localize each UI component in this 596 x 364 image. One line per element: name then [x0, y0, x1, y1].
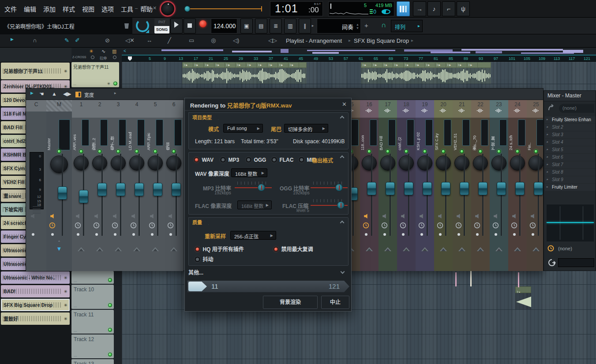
mixer-strip-1[interactable]: 1ARP..ves: [72, 100, 90, 271]
select-dot[interactable]: [151, 233, 154, 236]
pan-knob[interactable]: [148, 156, 163, 171]
tail-dropdown[interactable]: 切掉多余的▶: [284, 124, 328, 133]
playlist-view-button[interactable]: [397, 1, 410, 16]
select-dot[interactable]: [51, 233, 54, 236]
collapse-chevron-icon[interactable]: [340, 156, 345, 160]
speaker-icon[interactable]: [30, 213, 36, 219]
draw-tool-icon[interactable]: ✎: [64, 37, 69, 44]
select-dot[interactable]: [532, 233, 534, 236]
speaker-icon[interactable]: [529, 213, 536, 219]
playlist-minimap[interactable]: <: [122, 48, 596, 56]
cpu-memory-panel[interactable]: 5 419 MB 0: [328, 1, 394, 16]
volume-fader[interactable]: [534, 182, 543, 195]
volume-fader[interactable]: [79, 190, 88, 203]
strip-header[interactable]: 24: [508, 100, 527, 118]
overview-button[interactable]: ▤: [255, 19, 267, 33]
mixer-button[interactable]: ∥: [299, 19, 311, 33]
clock-icon[interactable]: [511, 222, 517, 229]
effect-slot[interactable]: Slot 4: [545, 139, 596, 146]
dither-radio[interactable]: 抖动: [194, 255, 213, 263]
select-tool-icon[interactable]: ▭: [189, 37, 194, 44]
trash-icon[interactable]: [124, 22, 129, 29]
strip-header[interactable]: 21: [453, 100, 471, 118]
effect-slot[interactable]: Slot 7: [545, 161, 596, 168]
pan-knob[interactable]: [166, 156, 181, 171]
speaker-icon[interactable]: [492, 213, 499, 219]
track-header-12[interactable]: Track 12 ...: [71, 334, 114, 358]
audio-output-row[interactable]: [544, 257, 596, 269]
flac-compression-slider[interactable]: [311, 199, 348, 210]
timeline-ruler[interactable]: 5913172125293337414549535761656973778185…: [122, 56, 596, 62]
track-options-dots[interactable]: ...: [73, 82, 76, 86]
menu-tools[interactable]: 工具: [121, 4, 133, 13]
step-sequencer-button[interactable]: ≣: [270, 19, 282, 33]
width-checkbox[interactable]: [75, 92, 81, 97]
mixer-strip-master[interactable]: MMaster⌃▼: [46, 100, 72, 271]
mixer-strip-25[interactable]: 25Fin..: [527, 100, 543, 271]
clock-icon[interactable]: [149, 222, 155, 229]
mixer-strip-20[interactable]: 20SFX C.iry: [434, 100, 453, 271]
picker-item[interactable]: SFX Big Square Drop✳: [1, 299, 70, 311]
background-render-button[interactable]: 背景渲染: [263, 296, 318, 309]
abort-button[interactable]: 中止: [321, 296, 349, 309]
format-ogg-radio[interactable]: OGG: [245, 156, 266, 163]
collapse-up-icon[interactable]: ⌃: [57, 240, 61, 245]
strip-led[interactable]: [116, 149, 120, 153]
select-dot[interactable]: [476, 233, 479, 236]
audio-clip[interactable]: ⊦▸⊦▸⊦▸⊦▸⊦▸⊦▸⊦▸⊦▸⊦▸⊦▸⊦▸: [361, 62, 491, 84]
volume-fader[interactable]: [116, 183, 125, 196]
clip-stub[interactable]: [470, 271, 472, 286]
select-dot[interactable]: [420, 233, 423, 236]
pattern-clip-icon[interactable]: ▥: [112, 48, 116, 54]
project-type-tab[interactable]: 项目类型: [188, 112, 218, 120]
volume-fader[interactable]: [515, 182, 525, 195]
picker-item[interactable]: Ultrasonic - White No..✳: [1, 271, 70, 284]
wav-depth-dropdown[interactable]: 16Bit 整数▶: [231, 168, 267, 177]
ogg-bitrate-slider[interactable]: [311, 182, 348, 192]
tempo-spinner[interactable]: ▲▼: [233, 22, 236, 30]
strip-header[interactable]: 22: [471, 100, 490, 118]
slip-tool-icon[interactable]: ↔: [146, 37, 152, 44]
typing-keyboard-button[interactable]: ψ: [457, 1, 470, 16]
speaker-icon[interactable]: [474, 213, 480, 219]
strip-header[interactable]: 6: [165, 100, 183, 118]
strip-header[interactable]: 16: [360, 100, 379, 118]
speaker-icon[interactable]: [149, 213, 155, 219]
eq-display[interactable]: [547, 204, 594, 241]
pan-knob[interactable]: [362, 156, 377, 171]
pan-knob[interactable]: [129, 156, 144, 171]
menu-edit[interactable]: 编辑: [24, 4, 36, 13]
volume-fader[interactable]: [423, 182, 432, 195]
pan-knob[interactable]: [380, 156, 395, 171]
track-led[interactable]: [108, 353, 112, 357]
menu-view[interactable]: 视图: [82, 4, 94, 13]
volume-fader[interactable]: [153, 183, 162, 196]
magnet-icon[interactable]: ∩: [33, 37, 37, 44]
effect-slot[interactable]: Fruity Limiter: [545, 184, 596, 191]
select-dot[interactable]: [132, 233, 135, 236]
clock-icon[interactable]: [437, 222, 443, 229]
strip-led[interactable]: [135, 149, 139, 153]
disable-max-polyphony-radio[interactable]: 禁用最大复调: [273, 245, 313, 253]
clip-header[interactable]: ⊦▸⊦▸⊦▸⊦▸⊦▸⊦▸⊦▸⊦▸⊦▸⊦▸⊦▸: [361, 62, 491, 68]
slice-tool-icon[interactable]: ╱: [168, 37, 171, 44]
speaker-icon[interactable]: [75, 213, 81, 219]
format-wav-radio[interactable]: WAV: [193, 156, 214, 163]
pan-knob[interactable]: [491, 156, 506, 171]
picker-item[interactable]: 重鼓好✳: [1, 312, 70, 325]
track-header-13[interactable]: Track 13: [71, 359, 114, 364]
snap-magnet-icon[interactable]: ∩: [381, 21, 386, 29]
mode-dropdown[interactable]: Full song▶: [223, 124, 263, 133]
audio-clip[interactable]: ⊦▸⊦▸⊦▸⊦▸⊦▸⊦▸⊦▸⊦▸⊦▸⊦▸⊦▸: [182, 62, 307, 84]
speaker-icon[interactable]: [455, 213, 462, 219]
strip-led[interactable]: [386, 149, 390, 153]
record-button[interactable]: [197, 19, 209, 33]
breadcrumb-arrangement[interactable]: Playlist - Arrangement: [286, 37, 342, 44]
pan-knob[interactable]: [92, 156, 107, 171]
pat-song-switch[interactable]: PAT SONG: [154, 19, 169, 33]
picker-item[interactable]: 兄弟想你了干声11✳: [1, 63, 70, 79]
quality-tab[interactable]: 质量: [188, 217, 209, 225]
strip-header[interactable]: 18: [397, 100, 416, 118]
track-options-dots[interactable]: ...: [74, 353, 77, 357]
mixer-hand-icon[interactable]: ☚: [39, 91, 44, 97]
